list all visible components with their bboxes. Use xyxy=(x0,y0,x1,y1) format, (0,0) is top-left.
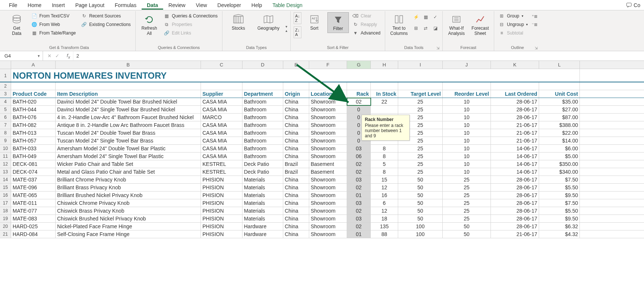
cell[interactable]: CASA MIA xyxy=(201,121,242,129)
cell[interactable]: MATE-037 xyxy=(11,176,56,183)
row-header[interactable]: 17 xyxy=(0,199,11,207)
cell[interactable]: Brazil xyxy=(283,168,309,176)
cell[interactable]: Brilliant Brushed Nickel Privacy Knob xyxy=(56,192,201,199)
cell[interactable]: 10 xyxy=(443,153,491,160)
cell[interactable]: 10 xyxy=(443,114,491,121)
cell[interactable]: HARD-025 xyxy=(11,223,56,230)
row-header[interactable]: 20 xyxy=(0,223,11,230)
chevron-down-icon[interactable]: ▼ xyxy=(37,54,40,58)
cell[interactable]: Amersham Model 24" Double Towel Bar Plas… xyxy=(56,145,201,152)
cell[interactable]: 02 xyxy=(347,168,371,176)
cell[interactable]: KESTREL xyxy=(201,168,242,176)
column-header-L[interactable]: L xyxy=(539,61,580,69)
cell[interactable]: 14-06-17 xyxy=(491,168,539,176)
cell[interactable]: BATH-076 xyxy=(11,114,56,121)
menu-view[interactable]: View xyxy=(191,1,212,10)
cell[interactable]: Wicker Patio Chair and Table Set xyxy=(56,160,201,168)
dialog-launcher-icon[interactable]: ⇲ xyxy=(436,46,439,50)
row-header[interactable]: 2 xyxy=(0,82,11,90)
cell[interactable]: 14-06-17 xyxy=(491,153,539,160)
cell[interactable]: PHISION xyxy=(201,230,242,238)
cell[interactable]: 10 xyxy=(443,145,491,152)
row-header[interactable]: 9 xyxy=(0,137,11,144)
cell[interactable]: 28-06-17 xyxy=(491,176,539,183)
get-data-button[interactable]: Get Data xyxy=(6,12,27,37)
cell[interactable]: Brilliant Chrome Privacy Knob xyxy=(56,176,201,183)
cell[interactable] xyxy=(443,82,491,90)
cell[interactable]: In Stock xyxy=(371,90,398,98)
cell[interactable]: Supplier xyxy=(201,90,242,98)
cell[interactable]: 28-06-17 xyxy=(491,114,539,121)
column-header-F[interactable]: F xyxy=(309,61,347,69)
column-header-C[interactable]: C xyxy=(201,61,242,69)
cell[interactable]: 8 xyxy=(371,153,398,160)
menu-developer[interactable]: Developer xyxy=(212,1,246,10)
cell[interactable]: 02 xyxy=(347,207,371,215)
row-header[interactable]: 12 xyxy=(0,160,11,168)
cell[interactable]: China xyxy=(283,137,309,144)
cell[interactable]: 8 xyxy=(371,168,398,176)
cell[interactable]: 50 xyxy=(398,176,443,183)
menu-help[interactable]: Help xyxy=(246,1,267,10)
cell[interactable] xyxy=(56,82,201,90)
cell[interactable]: Showroom xyxy=(309,192,347,199)
cell[interactable]: Bathroom xyxy=(242,98,283,105)
cell[interactable]: $14.00 xyxy=(539,137,580,144)
cell[interactable]: Chiswick Brushed Nickel Privacy Knob xyxy=(56,215,201,222)
data-model[interactable]: ◪ xyxy=(431,23,439,33)
geography-button[interactable]: Geography xyxy=(254,12,283,32)
cell[interactable]: MATE-065 xyxy=(11,192,56,199)
cell[interactable]: Materials xyxy=(242,192,283,199)
cell[interactable]: Showroom xyxy=(309,184,347,191)
cell[interactable]: Materials xyxy=(242,184,283,191)
cell[interactable]: Showroom xyxy=(309,98,347,105)
cell[interactable]: 21-06-17 xyxy=(491,121,539,129)
what-if-analysis[interactable]: What-If Analysis xyxy=(446,12,467,37)
cell[interactable]: BATH-044 xyxy=(11,106,56,113)
cell[interactable] xyxy=(347,82,371,90)
cell[interactable]: 5 xyxy=(371,160,398,168)
sort-asc[interactable]: A↓Z xyxy=(294,12,301,24)
forecast-sheet[interactable]: Forecast Sheet xyxy=(469,12,491,37)
from-web[interactable]: 🌐From Web xyxy=(30,21,77,28)
cell[interactable]: Basement xyxy=(309,168,347,176)
menu-page-layout[interactable]: Page Layout xyxy=(70,1,110,10)
remove-duplicates[interactable]: ▦ xyxy=(422,12,430,22)
column-header-H[interactable]: H xyxy=(371,61,398,69)
cell[interactable]: 02 xyxy=(347,160,371,168)
cell[interactable]: $27.00 xyxy=(539,106,580,113)
column-header-G[interactable]: G xyxy=(347,61,371,69)
row-header[interactable]: 16 xyxy=(0,192,11,199)
stocks-button[interactable]: Stocks xyxy=(225,12,251,32)
cell[interactable]: PHISION xyxy=(201,223,242,230)
cell[interactable] xyxy=(242,82,283,90)
filter-button[interactable]: Filter xyxy=(327,12,349,33)
cell[interactable]: 50 xyxy=(443,230,491,238)
accept-formula[interactable]: ✓ xyxy=(55,53,59,59)
cell[interactable]: China xyxy=(283,106,309,113)
row-header[interactable]: 8 xyxy=(0,129,11,137)
cell[interactable]: 25 xyxy=(443,184,491,191)
ungroup-rows[interactable]: ⊟Ungroup ▾ xyxy=(497,21,529,28)
cell[interactable]: Tuscan Model 24" Double Towel Bar Brass xyxy=(56,129,201,137)
cell[interactable]: Bathroom xyxy=(242,129,283,137)
cell[interactable]: China xyxy=(283,176,309,183)
cell[interactable]: 14-06-17 xyxy=(491,160,539,168)
cell[interactable]: 12 xyxy=(371,207,398,215)
consolidate[interactable]: ⊞ xyxy=(412,23,420,33)
cell[interactable]: 25 xyxy=(443,192,491,199)
cell[interactable]: $7.50 xyxy=(539,176,580,183)
cell[interactable]: Bathroom xyxy=(242,137,283,144)
cell[interactable]: 03 xyxy=(347,199,371,207)
cell[interactable]: China xyxy=(283,230,309,238)
worksheet[interactable]: ABCDEFGHIJKL 1NORTON HOMEWARES INVENTORY… xyxy=(0,61,644,238)
dialog-launcher-icon[interactable]: ⇲ xyxy=(535,46,538,50)
cell[interactable]: 28-06-17 xyxy=(491,106,539,113)
cell[interactable]: MATE-083 xyxy=(11,215,56,222)
comments-button[interactable]: Co xyxy=(626,2,640,8)
cell[interactable]: Showroom xyxy=(309,106,347,113)
cell[interactable]: 28-06-17 xyxy=(491,207,539,215)
cell[interactable]: $87.00 xyxy=(539,114,580,121)
cell[interactable] xyxy=(11,82,56,90)
cell[interactable]: CASA MIA xyxy=(201,129,242,137)
